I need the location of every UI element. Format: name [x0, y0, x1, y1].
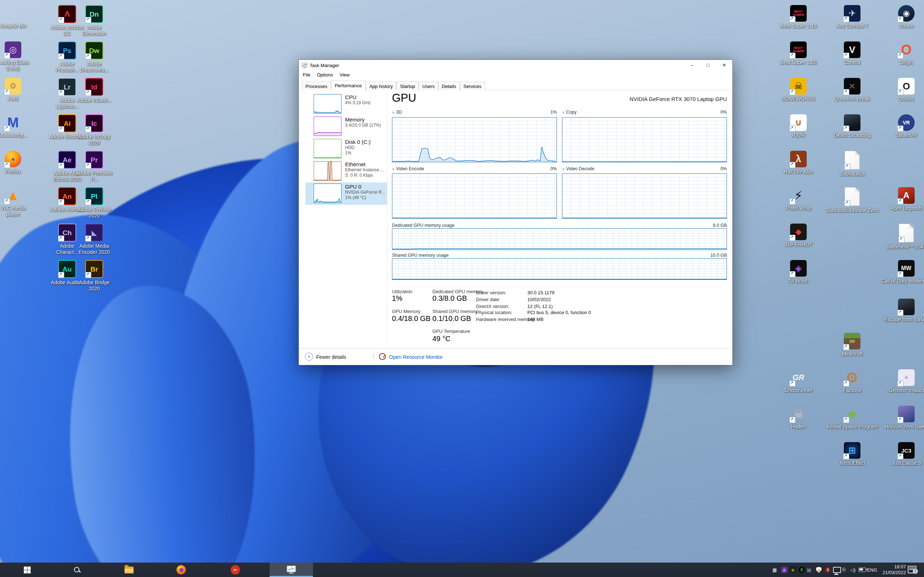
desktop-icon-apex-legends[interactable]: AApex Legends: [879, 187, 924, 211]
defender-tray-icon[interactable]: [816, 566, 822, 574]
tab-users[interactable]: Users: [419, 82, 438, 90]
desktop-icon-hades[interactable]: ☠Hades: [771, 406, 825, 430]
desktop-icon-subnautica-below-zero[interactable]: Subnautica Below Zero: [825, 187, 879, 213]
icon-tile: ☠: [790, 78, 807, 95]
desktop-icon-vlc-media-player[interactable]: ▲VLC media player: [0, 187, 33, 218]
looking-glass-tray-icon[interactable]: ◎: [781, 566, 788, 574]
sidebar-item-cpu[interactable]: CPU4% 3.19 GHz: [305, 93, 387, 115]
desktop-icon-pistol-whip[interactable]: ⚡Pistol Whip: [771, 187, 825, 211]
start-button[interactable]: [22, 565, 32, 575]
desktop-icon-oculus[interactable]: OOculus: [879, 78, 924, 102]
open-resource-monitor-link[interactable]: Open Resource Monitor: [389, 354, 443, 360]
dedicated-memory-value: 0.3/8.0 GB: [432, 294, 467, 303]
chevron-up-icon[interactable]: ∧: [305, 353, 313, 361]
minimize-button[interactable]: –: [683, 60, 700, 71]
desktop-icon-adobe-incopy-2020[interactable]: IcAdobe InCopy 2020: [76, 114, 113, 146]
sidebar-item-ethernet[interactable]: EthernetEthernet Instance ...S: 0 R: 0 K…: [305, 160, 387, 182]
desktop-icon-tetris-effect[interactable]: ⊞Tetris Effect: [825, 442, 879, 466]
title-bar[interactable]: Task Manager – □ ✕: [299, 60, 732, 71]
chart-video-encode: [392, 174, 557, 219]
desktop-icon-ace-combat-7[interactable]: ✈Ace Combat 7: [825, 5, 879, 29]
desktop-icon-h3vr[interactable]: ∪H3VR: [771, 114, 825, 139]
desktop-icon-beat-saber-1-20[interactable]: BEAT SABERBeat Saber 1.20: [771, 42, 825, 66]
shortcut-arrow-icon: [789, 89, 795, 95]
desktop-icon-death-stranding[interactable]: Death Stranding: [825, 114, 879, 139]
menu-options[interactable]: Options: [313, 71, 336, 79]
fewer-details-button[interactable]: Fewer details: [316, 354, 346, 360]
file-explorer-button[interactable]: [124, 565, 134, 575]
search-button[interactable]: [72, 565, 82, 575]
taskbar-clock[interactable]: 18:07 21/03/2022: [877, 564, 906, 575]
desktop-icon-horizon-zero-dawn[interactable]: Horizon Zero Dawn: [879, 406, 924, 430]
desktop-icon-kerbal-space-program[interactable]: ☻Kerbal Space Program: [825, 406, 879, 430]
desktop-icon-adobe-bridge-2020[interactable]: BrAdobe Bridge 2020: [76, 260, 113, 292]
desktop-icon-minecraft[interactable]: ∞Minecraft: [825, 333, 879, 357]
desktop-icon-looking-glass-host[interactable]: ◎Looking Glass (host): [0, 42, 33, 72]
razer-tray-icon[interactable]: S: [798, 566, 805, 574]
tab-performance[interactable]: Performance: [331, 81, 366, 90]
desktop-icon-adobe-prelude-2020[interactable]: PlAdobe Prelude 2020: [76, 187, 113, 219]
desktop-icon-malwareby[interactable]: MMalwareby...: [0, 114, 33, 139]
desktop-icon-adobe-indesi[interactable]: IdAdobe InDesi...: [76, 78, 113, 103]
capture-tool-button[interactable]: ✂: [230, 565, 241, 575]
desktop-icon-ghostrunner[interactable]: GRGhostrunner: [771, 369, 825, 393]
icon-tile: V: [844, 42, 861, 58]
desktop-icon-genshin-impact[interactable]: ✦Genshin Impact: [879, 369, 924, 393]
volume-tray-icon[interactable]: ◁): [850, 566, 855, 574]
menu-view[interactable]: View: [336, 71, 353, 79]
chart-header-video-encode[interactable]: ∨Video Encode0%: [392, 166, 557, 171]
desktop-icon-superhot[interactable]: ◆SUPERHOT: [771, 224, 825, 248]
desktop-icon-adobe-dimension[interactable]: DnAdobe Dimension: [76, 5, 113, 37]
desktop-icon-beat-saber-1-19[interactable]: BEAT SABERBeat Saber 1.19: [771, 5, 825, 29]
chart-header-copy[interactable]: ∨Copy0%: [562, 110, 727, 115]
desktop-icon-boneworks[interactable]: ☠BONEWORKS: [771, 78, 825, 102]
task-manager-icon: [302, 62, 307, 69]
desktop-icon-adobe-dreamwea[interactable]: DwAdobe Dreamwea...: [76, 42, 113, 73]
tab-services[interactable]: Services: [460, 82, 485, 90]
network-tray-icon[interactable]: [833, 566, 841, 574]
desktop-icon-factorio[interactable]: ⚙Factorio: [825, 369, 879, 393]
desktop-icon-kms[interactable]: ⚙KMS: [0, 78, 33, 102]
notification-center-button[interactable]: 1: [908, 566, 916, 574]
sidebar-item-memory[interactable]: Memory3.4/20.0 GB (17%): [305, 115, 387, 138]
chart-header-video-decode[interactable]: ∨Video Decode0%: [562, 166, 727, 171]
power-tray-icon[interactable]: [859, 566, 866, 574]
language-indicator[interactable]: ENG: [866, 566, 879, 574]
desktop-icon-origin[interactable]: OOrigin: [879, 42, 924, 66]
icon-tile: BEAT SABER: [790, 42, 807, 58]
chart-header-3d[interactable]: ∨3D1%: [392, 110, 557, 115]
desktop-icon-recycle-bin[interactable]: ♻Recycle Bin: [0, 5, 33, 29]
gadget-tray-icon[interactable]: 8: [825, 566, 831, 574]
desktop-icon-battlefield-2042[interactable]: Battlefield™ 2042: [879, 224, 924, 250]
desktop-icon-half-life-alyx[interactable]: λHalf Life Alyx: [771, 151, 825, 175]
desktop-icon-just-cause-3[interactable]: JC3Just Cause 3: [879, 442, 924, 466]
tab-startup[interactable]: Startup: [396, 82, 419, 90]
menu-file[interactable]: File: [300, 71, 313, 79]
sidebar-item-disk-0-c[interactable]: Disk 0 (C:)HDD1%: [305, 138, 387, 160]
maximize-button[interactable]: □: [700, 60, 716, 71]
desktop-icon-adobe-premiere-p[interactable]: PrAdobe Premiere P...: [76, 151, 113, 182]
tab-processes[interactable]: Processes: [302, 82, 331, 90]
nvidia-tray-icon[interactable]: ◉: [790, 566, 796, 574]
tab-app-history[interactable]: App history: [366, 82, 396, 90]
shortcut-arrow-icon: [897, 198, 903, 205]
desktop-icon-tilt-brush[interactable]: ◈Tilt Brush: [771, 260, 825, 284]
desktop-icon-steam[interactable]: ◉Steam: [879, 5, 924, 29]
desktop-icon-call-of-duty-modern[interactable]: MWCall of Duty Modern ...: [879, 260, 924, 284]
desktop-icon-steamvr[interactable]: VRSteamVR: [879, 114, 924, 139]
sidebar-item-gpu-0[interactable]: GPU 0NVIDIA GeForce R...1% (49 °C): [305, 182, 387, 205]
tab-details[interactable]: Details: [438, 82, 460, 90]
desktop-icon-quantum-break[interactable]: ×Quantum Break: [825, 78, 879, 102]
desktop-icon-firefox[interactable]: ●Firefox: [0, 151, 33, 175]
usb-tray-icon[interactable]: ⎘: [842, 566, 846, 574]
firefox-button[interactable]: [176, 565, 186, 575]
shortcut-arrow-icon: [897, 16, 903, 23]
malwarebytes-tray-icon[interactable]: M: [807, 566, 811, 574]
desktop-icon-control[interactable]: VControl: [825, 42, 879, 66]
desktop-icon-escape-from-tarkov[interactable]: Escape from Tarkov: [879, 298, 924, 323]
desktop-icon-subnautica[interactable]: Subnautica: [825, 151, 879, 177]
desktop-icon-adobe-media-encoder-2020[interactable]: ◣Adobe Media Encoder 2020: [76, 224, 113, 255]
task-manager-taskbar-button[interactable]: [270, 562, 313, 577]
close-button[interactable]: ✕: [716, 60, 732, 71]
hidden-icons-button[interactable]: ▦: [772, 566, 777, 574]
